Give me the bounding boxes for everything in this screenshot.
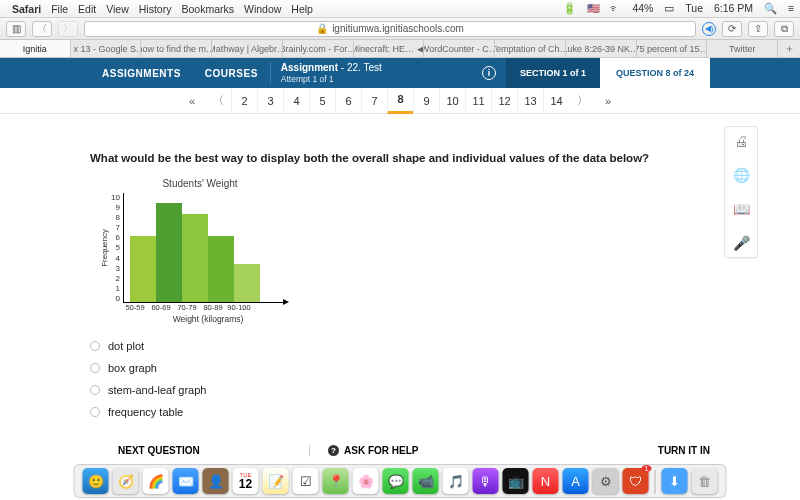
microphone-icon[interactable]: 🎤 <box>733 235 750 251</box>
answer-option[interactable]: dot plot <box>90 340 710 352</box>
chart: Students' Weight Frequency 109876543210 … <box>100 178 300 324</box>
dock-news-icon[interactable]: N <box>533 468 559 494</box>
dock-trash-icon[interactable]: 🗑 <box>692 468 718 494</box>
share-button[interactable]: ⇪ <box>748 21 768 37</box>
page-number[interactable]: 4 <box>283 88 309 114</box>
back-button[interactable]: 〈 <box>32 21 52 37</box>
dock-calendar-icon[interactable]: TUE12 <box>233 468 259 494</box>
browser-tab[interactable]: WordCounter - C… <box>424 40 495 57</box>
tabs-button[interactable]: ⧉ <box>774 21 794 37</box>
browser-tab[interactable]: Luke 8:26-39 NK… <box>566 40 637 57</box>
menu-extra-icon[interactable]: ≡ <box>788 2 794 14</box>
reader-audio-icon[interactable]: ◀︎) <box>702 22 716 36</box>
url-bar[interactable]: 🔒 ignitiumwa.ignitiaschools.com <box>84 21 696 37</box>
menu-help[interactable]: Help <box>291 3 313 15</box>
forward-button[interactable]: 〉 <box>58 21 78 37</box>
page-number[interactable]: 6 <box>335 88 361 114</box>
chart-bar <box>234 264 260 303</box>
dock-podcasts-icon[interactable]: 🎙 <box>473 468 499 494</box>
dock-tv-icon[interactable]: 📺 <box>503 468 529 494</box>
dock-messages-icon[interactable]: 💬 <box>383 468 409 494</box>
new-tab-button[interactable]: ＋ <box>778 40 800 57</box>
browser-tab[interactable]: 75 percent of 15… <box>637 40 708 57</box>
dock-facetime-icon[interactable]: 📹 <box>413 468 439 494</box>
sidebar-toggle-button[interactable]: ▥ <box>6 21 26 37</box>
page-number-active[interactable]: 8 <box>387 88 413 114</box>
dock-settings-icon[interactable]: ⚙︎ <box>593 468 619 494</box>
browser-tab[interactable]: Twitter <box>707 40 778 57</box>
menu-bookmarks[interactable]: Bookmarks <box>181 3 234 15</box>
dock-itunes-icon[interactable]: 🎵 <box>443 468 469 494</box>
dock-photos-icon[interactable]: 🌸 <box>353 468 379 494</box>
page-number[interactable]: 14 <box>543 88 569 114</box>
turn-in-button[interactable]: TURN IT IN <box>519 445 800 456</box>
browser-tab[interactable]: Mathway | Algebr… <box>212 40 283 57</box>
question-indicator[interactable]: QUESTION 8 of 24 <box>600 58 710 88</box>
dock-safari-icon[interactable]: 🧭 <box>113 468 139 494</box>
menu-view[interactable]: View <box>106 3 129 15</box>
page-number[interactable]: 7 <box>361 88 387 114</box>
dock-mail-icon[interactable]: ✉️ <box>173 468 199 494</box>
menu-edit[interactable]: Edit <box>78 3 96 15</box>
dock-unknown-icon[interactable]: 🛡1 <box>623 468 649 494</box>
search-icon[interactable]: 🔍 <box>764 2 777 14</box>
section-indicator[interactable]: SECTION 1 of 1 <box>506 58 600 88</box>
reload-button[interactable]: ⟳ <box>722 21 742 37</box>
chart-xaxis: 50-5960-6970-7980-8990-100 <box>100 303 300 312</box>
nav-assignments[interactable]: ASSIGNMENTS <box>90 68 193 79</box>
dock-chrome-icon[interactable]: 🌈 <box>143 468 169 494</box>
chart-bar <box>156 203 182 302</box>
globe-icon[interactable]: 🌐 <box>733 167 750 183</box>
radio-icon[interactable] <box>90 385 100 395</box>
wifi-icon: ᯤ <box>610 2 621 14</box>
chart-bar <box>130 236 156 302</box>
answer-option[interactable]: stem-and-leaf graph <box>90 384 710 396</box>
menu-history[interactable]: History <box>139 3 172 15</box>
page-prev-icon[interactable]: 〈 <box>205 93 231 108</box>
info-icon[interactable]: i <box>482 66 496 80</box>
page-number[interactable]: 11 <box>465 88 491 114</box>
chart-xlabel: Weight (kilograms) <box>100 314 300 324</box>
browser-tab[interactable]: how to find the m… <box>141 40 212 57</box>
menubar-app[interactable]: Safari <box>12 3 41 15</box>
page-last-icon[interactable]: » <box>595 95 621 107</box>
next-question-button[interactable]: NEXT QUESTION <box>0 445 309 456</box>
radio-icon[interactable] <box>90 341 100 351</box>
dock-maps-icon[interactable]: 📍 <box>323 468 349 494</box>
page-number[interactable]: 2 <box>231 88 257 114</box>
dock-downloads-icon[interactable]: ⬇︎ <box>662 468 688 494</box>
dock-notes-icon[interactable]: 📝 <box>263 468 289 494</box>
flag-icon: 🇺🇸 <box>587 2 600 14</box>
dock-finder-icon[interactable]: 🙂 <box>83 468 109 494</box>
page-number[interactable]: 13 <box>517 88 543 114</box>
answer-option[interactable]: box graph <box>90 362 710 374</box>
page-number[interactable]: 5 <box>309 88 335 114</box>
page-first-icon[interactable]: « <box>179 95 205 107</box>
reference-icon[interactable]: 📖 <box>733 201 750 217</box>
dock-appstore-icon[interactable]: A <box>563 468 589 494</box>
question-content: What would be the best way to display bo… <box>0 114 800 442</box>
dock-reminders-icon[interactable]: ☑︎ <box>293 468 319 494</box>
print-icon[interactable]: 🖨 <box>734 133 748 149</box>
answer-option[interactable]: frequency table <box>90 406 710 418</box>
menubar-status: 🔋 🇺🇸 ᯤ 44% ▭ Tue 6:16 PM 🔍 ≡ <box>555 2 794 15</box>
browser-tab[interactable]: Ignitia <box>0 40 71 57</box>
radio-icon[interactable] <box>90 407 100 417</box>
page-number[interactable]: 9 <box>413 88 439 114</box>
chart-ylabel: Frequency <box>100 229 109 267</box>
ask-help-button[interactable]: ?ASK FOR HELP <box>309 445 519 456</box>
dock-contacts-icon[interactable]: 👤 <box>203 468 229 494</box>
question-text: What would be the best way to display bo… <box>90 152 710 164</box>
browser-tab[interactable]: Brainly.com - For… <box>283 40 354 57</box>
page-number[interactable]: 3 <box>257 88 283 114</box>
page-number[interactable]: 10 <box>439 88 465 114</box>
browser-tab[interactable]: 7 x 13 - Google S… <box>71 40 142 57</box>
browser-tab[interactable]: Minecraft: HE… ◀︎) <box>354 40 425 57</box>
nav-courses[interactable]: COURSES <box>193 68 270 79</box>
browser-tab[interactable]: Temptation of Ch… <box>495 40 566 57</box>
radio-icon[interactable] <box>90 363 100 373</box>
page-next-icon[interactable]: 〉 <box>569 93 595 108</box>
menu-file[interactable]: File <box>51 3 68 15</box>
page-number[interactable]: 12 <box>491 88 517 114</box>
menu-window[interactable]: Window <box>244 3 281 15</box>
